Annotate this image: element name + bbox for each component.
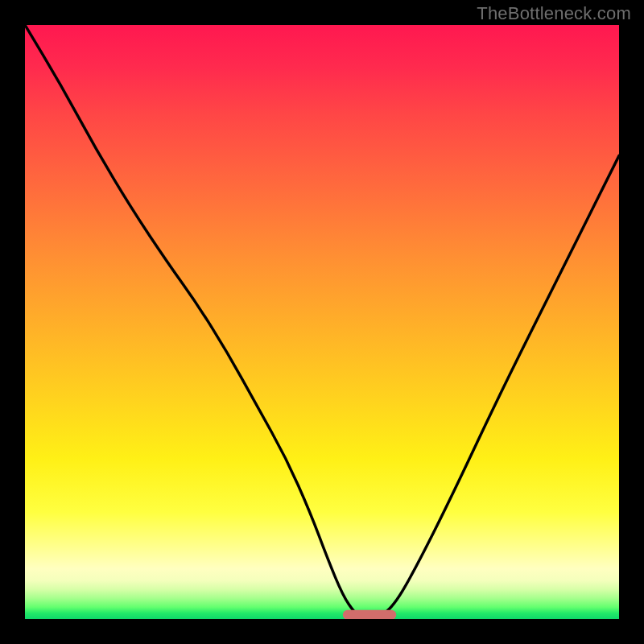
watermark-text: TheBottleneck.com — [477, 3, 631, 24]
chart-svg — [25, 25, 619, 619]
plot-area — [25, 25, 619, 619]
bottleneck-curve — [25, 25, 619, 619]
optimal-range-marker — [343, 610, 396, 619]
chart-stage: TheBottleneck.com — [0, 0, 644, 644]
